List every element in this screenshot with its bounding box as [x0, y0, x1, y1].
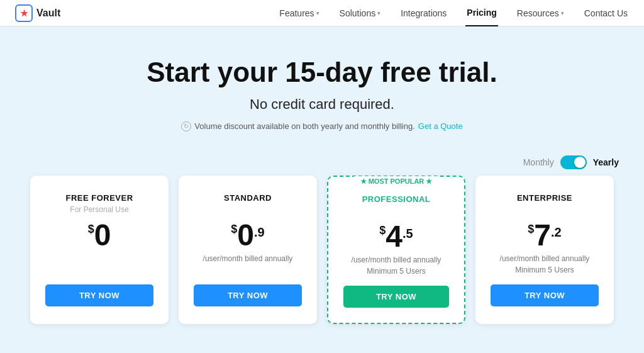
billing-toggle[interactable]	[560, 155, 587, 169]
plan-minimum	[45, 266, 153, 274]
plan-price: $ 0 .9	[194, 220, 302, 250]
plan-subtitle	[343, 206, 449, 215]
nav-solutions[interactable]: Solutions ▾	[338, 0, 382, 26]
info-icon: ↻	[181, 121, 191, 132]
plan-minimum	[194, 266, 302, 274]
plan-minimum: Minimum 5 Users	[343, 267, 449, 276]
plan-subtitle	[491, 205, 599, 214]
nav-features[interactable]: Features ▾	[278, 0, 320, 26]
monthly-label: Monthly	[523, 157, 554, 167]
billing-toggle-row: Monthly Yearly	[0, 144, 644, 176]
chevron-down-icon: ▾	[377, 10, 380, 16]
price-decimal: .2	[551, 225, 562, 240]
plan-subtitle	[194, 205, 302, 214]
price-dollar-sign: $	[231, 223, 237, 236]
plan-name: PROFESSIONAL	[343, 194, 449, 204]
hero-note-text: Volume discount available on both yearly…	[194, 121, 415, 131]
plan-name: ENTERPRISE	[491, 193, 599, 203]
try-now-button[interactable]: TRY NOW	[491, 284, 599, 306]
plan-billing: /user/month billed annually	[343, 255, 449, 264]
hero-subtitle: No credit card required.	[13, 96, 631, 113]
plan-name: STANDARD	[194, 193, 302, 203]
try-now-button[interactable]: TRY NOW	[343, 286, 449, 308]
logo-star-icon: ★	[20, 8, 28, 18]
hero-title: Start your 15-day free trial.	[13, 57, 631, 89]
plan-billing	[45, 254, 153, 263]
price-decimal: .5	[402, 227, 413, 241]
get-a-quote-link[interactable]: Get a Quote	[418, 121, 463, 131]
navbar: ★ Vault Features ▾ Solutions ▾ Integrati…	[0, 0, 644, 26]
popular-badge: ★ MOST POPULAR ★	[354, 176, 439, 187]
price-main: 0	[237, 220, 254, 250]
nav-contact-us[interactable]: Contact Us	[583, 0, 629, 26]
hero-section: Start your 15-day free trial. No credit …	[0, 26, 644, 144]
toggle-knob	[574, 157, 586, 168]
try-now-button[interactable]: TRY NOW	[194, 284, 302, 306]
nav-integrations[interactable]: Integrations	[399, 0, 448, 26]
price-decimal: .9	[254, 225, 265, 240]
plan-professional: ★ MOST POPULAR ★ PROFESSIONAL $ 4 .5 /us…	[327, 176, 465, 324]
plan-minimum: Minimum 5 Users	[491, 266, 599, 274]
price-main: 4	[386, 221, 402, 252]
plan-free-forever: FREE FOREVER For Personal Use $ 0 TRY NO…	[30, 176, 169, 324]
plan-standard: STANDARD $ 0 .9 /user/month billed annua…	[179, 176, 317, 324]
plan-name: FREE FOREVER	[45, 193, 153, 203]
price-main: 0	[94, 220, 111, 250]
plan-enterprise: ENTERPRISE $ 7 .2 /user/month billed ann…	[475, 176, 614, 324]
plan-subtitle: For Personal Use	[45, 205, 153, 214]
plan-billing: /user/month billed annually	[491, 254, 599, 263]
nav-links: Features ▾ Solutions ▾ Integrations Pric…	[278, 0, 629, 26]
nav-pricing[interactable]: Pricing	[465, 0, 497, 26]
plan-price: $ 4 .5	[343, 221, 449, 252]
pricing-cards: FREE FOREVER For Personal Use $ 0 TRY NO…	[0, 176, 644, 343]
price-dollar-sign: $	[379, 224, 386, 237]
nav-resources[interactable]: Resources ▾	[516, 0, 565, 26]
plan-price: $ 0	[45, 220, 153, 250]
price-main: 7	[534, 220, 551, 250]
price-dollar-sign: $	[88, 223, 94, 236]
price-dollar-sign: $	[528, 223, 534, 236]
brand-logo[interactable]: ★ Vault	[15, 4, 60, 22]
chevron-down-icon: ▾	[316, 10, 319, 16]
logo-icon: ★	[15, 4, 33, 22]
chevron-down-icon: ▾	[561, 10, 564, 16]
plan-price: $ 7 .2	[491, 220, 599, 250]
yearly-label: Yearly	[593, 157, 619, 167]
try-now-button[interactable]: TRY NOW	[45, 284, 153, 306]
brand-name: Vault	[36, 8, 60, 19]
plan-billing: /user/month billed annually	[194, 254, 302, 263]
hero-note: ↻ Volume discount available on both year…	[13, 121, 631, 132]
